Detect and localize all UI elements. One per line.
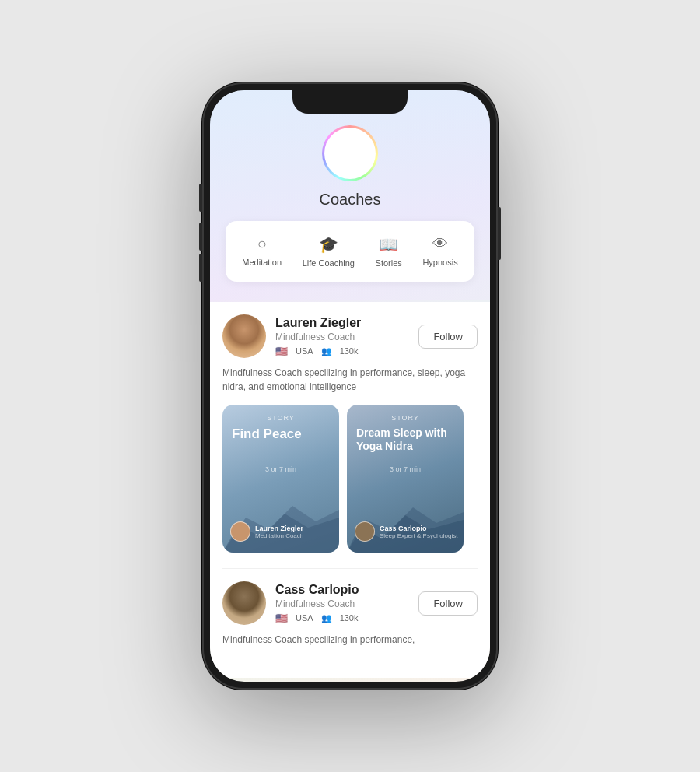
coach-meta-cass: 🇺🇸 USA 👥 130k (275, 612, 409, 624)
coach-bio-lauren: Mindfulness Coach specilizing in perform… (222, 366, 478, 394)
coach-bio-cass: Mindfulness Coach specilizing in perform… (222, 633, 478, 647)
followers-cass: 130k (340, 613, 359, 623)
stories-icon: 📖 (379, 235, 398, 254)
stories-label: Stories (376, 258, 402, 268)
story-coach-role-1: Meditation Coach (255, 532, 303, 539)
coach-name-lauren: Lauren Ziegler (275, 316, 409, 330)
categories-bar: ○ Meditation 🎓 Life Coaching 📖 Stories 👁… (226, 221, 474, 282)
followers-lauren: 130k (340, 346, 359, 356)
coach-meta-lauren: 🇺🇸 USA 👥 130k (275, 346, 409, 357)
life-coaching-icon: 🎓 (319, 235, 338, 254)
country-lauren: USA (296, 346, 313, 356)
story-coach-avatar-1 (230, 521, 250, 542)
story-coach-avatar-2 (355, 521, 375, 542)
category-meditation[interactable]: ○ Meditation (234, 230, 289, 272)
story-card-dream-sleep[interactable]: Story Dream Sleep with Yoga Nidra 3 or 7… (347, 405, 464, 553)
category-hypnosis[interactable]: 👁 Hypnosis (415, 230, 465, 272)
phone-frame: Coaches ○ Meditation 🎓 Life Coaching 📖 S… (202, 82, 498, 690)
header-area: Coaches ○ Meditation 🎓 Life Coaching 📖 S… (210, 90, 490, 300)
rainbow-logo (322, 125, 378, 181)
story-coach-name-2: Cass Carlopio (380, 525, 458, 532)
hypnosis-label: Hypnosis (422, 258, 457, 267)
coach-info-cass: Cass Carlopio Mindfulness Coach 🇺🇸 USA 👥… (275, 583, 409, 624)
meditation-label: Meditation (242, 258, 282, 267)
story-coach-role-2: Sleep Expert & Psychologist (380, 532, 458, 539)
followers-icon-lauren: 👥 (321, 346, 332, 356)
hypnosis-icon: 👁 (432, 235, 448, 253)
country-cass: USA (296, 613, 313, 623)
coach-section-lauren: Lauren Ziegler Mindfulness Coach 🇺🇸 USA … (222, 314, 478, 553)
screen-content[interactable]: Coaches ○ Meditation 🎓 Life Coaching 📖 S… (210, 90, 490, 682)
page-title: Coaches (320, 191, 381, 209)
story-type-1: Story (222, 414, 339, 422)
coach-header-lauren: Lauren Ziegler Mindfulness Coach 🇺🇸 USA … (222, 314, 478, 358)
story-coach-text-1: Lauren Ziegler Meditation Coach (255, 525, 303, 539)
coaches-list: Lauren Ziegler Mindfulness Coach 🇺🇸 USA … (210, 302, 490, 678)
story-duration-2: 3 or 7 min (347, 465, 464, 473)
story-title-2: Dream Sleep with Yoga Nidra (356, 426, 454, 453)
coach-name-cass: Cass Carlopio (275, 583, 409, 597)
category-stories[interactable]: 📖 Stories (368, 230, 410, 272)
story-coach-name-1: Lauren Ziegler (255, 525, 303, 532)
coach-info-lauren: Lauren Ziegler Mindfulness Coach 🇺🇸 USA … (275, 316, 409, 357)
divider-1 (222, 568, 478, 569)
flag-lauren: 🇺🇸 (275, 346, 288, 357)
story-coach-text-2: Cass Carlopio Sleep Expert & Psychologis… (380, 525, 458, 539)
meditation-icon: ○ (257, 235, 267, 253)
phone-screen: Coaches ○ Meditation 🎓 Life Coaching 📖 S… (210, 90, 490, 682)
story-title-1: Find Peace (232, 426, 330, 442)
story-coach-info-2: Cass Carlopio Sleep Expert & Psychologis… (355, 521, 458, 542)
flag-cass: 🇺🇸 (275, 612, 288, 624)
coach-role-cass: Mindfulness Coach (275, 598, 409, 609)
coach-header-cass: Cass Carlopio Mindfulness Coach 🇺🇸 USA 👥… (222, 581, 478, 625)
life-coaching-label: Life Coaching (303, 258, 355, 268)
story-coach-info-1: Lauren Ziegler Meditation Coach (230, 521, 303, 542)
coach-section-cass: Cass Carlopio Mindfulness Coach 🇺🇸 USA 👥… (222, 581, 478, 647)
category-life-coaching[interactable]: 🎓 Life Coaching (295, 230, 362, 272)
coach-role-lauren: Mindfulness Coach (275, 332, 409, 342)
phone-notch (292, 90, 408, 114)
story-type-2: Story (347, 414, 464, 422)
follow-button-lauren[interactable]: Follow (418, 325, 478, 349)
story-duration-1: 3 or 7 min (222, 465, 339, 473)
story-cards-lauren[interactable]: Story Find Peace 3 or 7 min Lauren Ziegl… (222, 405, 478, 553)
followers-icon-cass: 👥 (321, 613, 332, 623)
avatar-lauren (222, 314, 266, 358)
story-card-find-peace[interactable]: Story Find Peace 3 or 7 min Lauren Ziegl… (222, 405, 339, 553)
avatar-cass (222, 581, 266, 625)
follow-button-cass[interactable]: Follow (418, 591, 478, 616)
rainbow-inner (324, 128, 376, 179)
